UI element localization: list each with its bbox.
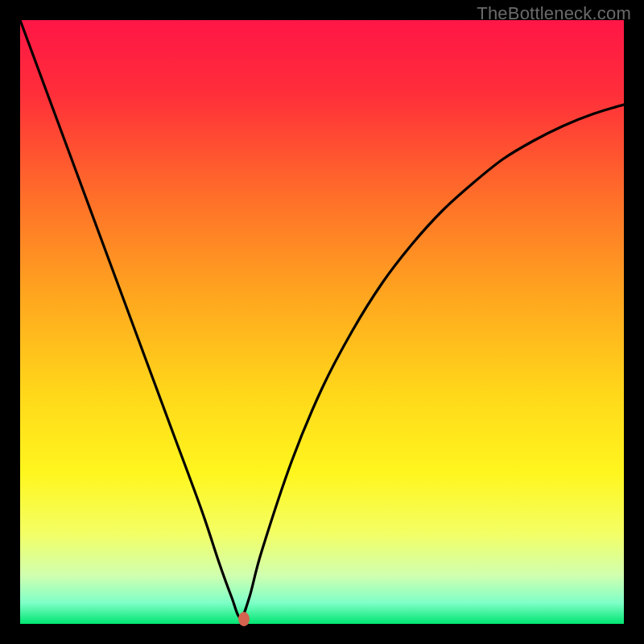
chart-plot-area bbox=[20, 20, 624, 624]
watermark-text: TheBottleneck.com bbox=[477, 3, 631, 24]
chart-background-gradient bbox=[20, 20, 624, 624]
chart-frame bbox=[20, 20, 624, 624]
chart-minimum-marker bbox=[238, 612, 250, 626]
svg-rect-0 bbox=[20, 20, 624, 624]
